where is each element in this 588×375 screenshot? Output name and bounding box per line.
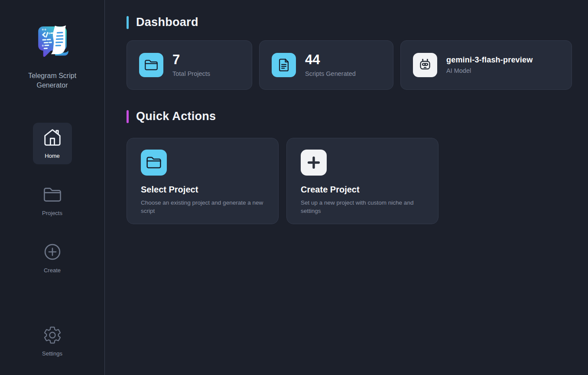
sidebar-item-projects[interactable]: Projects: [33, 180, 72, 222]
accent-bar-cyan: [127, 16, 129, 29]
quick-actions-title: Quick Actions: [136, 110, 216, 123]
stat-text: gemini-3-flash-preview AI Model: [446, 56, 533, 75]
actions-row: Select Project Choose an existing projec…: [127, 138, 572, 224]
stat-card-scripts-generated: 44 Scripts Generated: [259, 40, 393, 90]
robot-icon: [413, 53, 437, 77]
home-icon: [42, 127, 62, 149]
gear-icon: [42, 325, 62, 347]
folder-icon: [139, 53, 163, 77]
app-logo-icon: [35, 24, 70, 60]
stat-value: 7: [172, 53, 210, 67]
accent-bar-magenta: [127, 110, 129, 123]
folder-icon: [141, 150, 167, 176]
main-content: Dashboard 7 Total Projects: [105, 0, 588, 375]
app-title: Telegram Script Generator: [14, 71, 91, 90]
quick-actions-header: Quick Actions: [127, 110, 572, 123]
sidebar-item-label: Home: [45, 153, 60, 159]
sidebar-nav: Home Projects Create: [0, 123, 104, 375]
create-project-card[interactable]: Create Project Set up a new project with…: [286, 138, 439, 224]
sidebar-item-home[interactable]: Home: [33, 123, 72, 164]
app-window: Telegram Script Generator Home: [0, 0, 588, 375]
stat-label: Scripts Generated: [305, 70, 356, 77]
stat-value: 44: [305, 53, 356, 67]
sidebar-item-create[interactable]: Create: [33, 237, 72, 279]
action-description: Set up a new project with custom niche a…: [301, 199, 424, 215]
stat-value: gemini-3-flash-preview: [446, 56, 533, 64]
plus-icon: [301, 150, 327, 176]
action-description: Choose an existing project and generate …: [141, 199, 264, 215]
sidebar-item-label: Projects: [42, 210, 62, 216]
plus-circle-icon: [42, 242, 62, 264]
stat-label: AI Model: [446, 67, 533, 74]
dashboard-header: Dashboard: [127, 16, 572, 29]
stat-card-total-projects: 7 Total Projects: [127, 40, 252, 90]
sidebar-item-label: Create: [44, 267, 61, 274]
action-title: Select Project: [141, 185, 264, 195]
select-project-card[interactable]: Select Project Choose an existing projec…: [127, 138, 279, 224]
stat-text: 44 Scripts Generated: [305, 53, 356, 78]
document-icon: [272, 53, 296, 77]
sidebar: Telegram Script Generator Home: [0, 0, 105, 375]
stats-row: 7 Total Projects 44 Scripts Generated: [127, 40, 572, 90]
sidebar-item-settings[interactable]: Settings: [33, 320, 72, 362]
sidebar-item-label: Settings: [42, 350, 62, 357]
stat-text: 7 Total Projects: [172, 53, 210, 78]
page-title: Dashboard: [136, 16, 198, 29]
stat-label: Total Projects: [172, 70, 210, 77]
stat-card-ai-model: gemini-3-flash-preview AI Model: [400, 40, 572, 90]
action-title: Create Project: [301, 185, 424, 195]
folder-icon: [42, 185, 62, 206]
